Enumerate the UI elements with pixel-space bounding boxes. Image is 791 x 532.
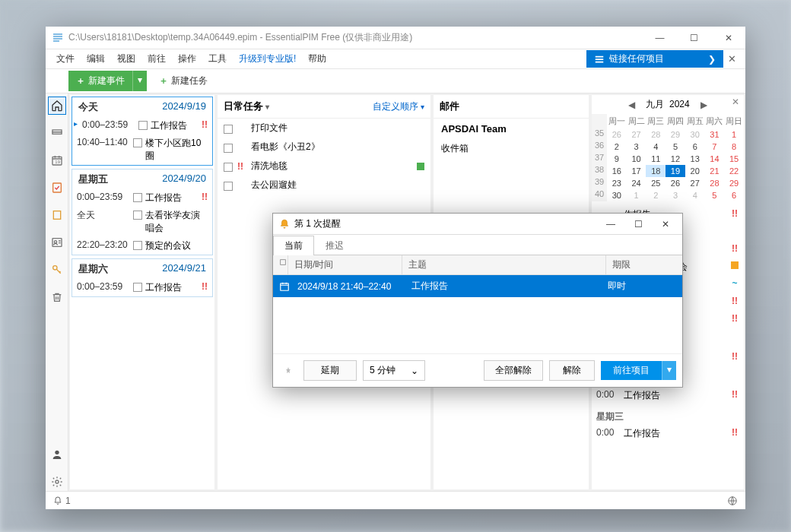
bell-icon[interactable]: 1 — [53, 496, 71, 506]
mail-inbox[interactable]: 收件箱 — [434, 139, 589, 158]
upcoming-row[interactable]: 0:00工作报告!! — [592, 425, 744, 442]
agenda-row[interactable]: 10:40–11:40 楼下小区跑10圈 — [72, 135, 212, 165]
menu-tools[interactable]: 工具 — [202, 49, 233, 68]
agenda-row[interactable]: 0:00–23:59 工作报告 !! — [72, 279, 212, 296]
task-row[interactable]: 打印文件 — [218, 119, 430, 138]
menu-help[interactable]: 帮助 — [302, 49, 332, 68]
cal-day[interactable]: 19 — [666, 165, 685, 177]
cal-day[interactable]: 23 — [607, 177, 627, 189]
menu-view[interactable]: 视图 — [111, 49, 141, 68]
dialog-maximize-button[interactable]: ☐ — [624, 214, 652, 234]
cal-day[interactable]: 2 — [646, 189, 666, 201]
pin-icon[interactable] — [279, 366, 297, 376]
rail-calendar-icon[interactable] — [48, 124, 66, 142]
cal-day[interactable]: 26 — [666, 177, 685, 189]
cal-day[interactable]: 24 — [627, 177, 646, 189]
new-event-dropdown[interactable]: ▾ — [132, 71, 147, 91]
cal-day[interactable]: 18 — [646, 165, 666, 177]
rail-todo-icon[interactable] — [48, 179, 66, 197]
cal-day[interactable]: 15 — [724, 153, 744, 165]
rail-settings-icon[interactable] — [48, 473, 66, 491]
checkbox[interactable] — [133, 138, 142, 147]
agenda-row[interactable]: 0:00–23:59 工作报告 !! — [72, 189, 212, 207]
cal-day[interactable]: 30 — [607, 189, 627, 201]
dismiss-button[interactable]: 解除 — [549, 360, 595, 381]
menu-action[interactable]: 操作 — [172, 49, 202, 68]
minimize-button[interactable]: — — [643, 27, 677, 49]
rail-passwords-icon[interactable] — [48, 261, 66, 279]
cal-day[interactable]: 12 — [666, 153, 685, 165]
tasks-sort-link[interactable]: 自定义顺序 ▾ — [373, 100, 424, 113]
checkbox[interactable] — [133, 241, 142, 250]
cal-day[interactable]: 1 — [724, 128, 744, 141]
tab-current[interactable]: 当前 — [273, 236, 314, 255]
cal-day[interactable]: 13 — [685, 153, 705, 165]
checkbox[interactable] — [224, 163, 233, 172]
checkbox[interactable] — [133, 211, 142, 220]
new-task-button[interactable]: ＋ 新建任务 — [153, 71, 214, 91]
cal-day[interactable]: 4 — [646, 141, 666, 153]
cal-day[interactable]: 28 — [705, 177, 725, 189]
cal-day[interactable]: 26 — [607, 128, 627, 141]
cal-day[interactable]: 7 — [705, 141, 725, 153]
tab-later[interactable]: 推迟 — [314, 236, 355, 255]
cal-day[interactable]: 3 — [666, 189, 685, 201]
rail-notes-icon[interactable] — [48, 206, 66, 224]
upcoming-row[interactable]: 0:00工作报告!! — [592, 387, 744, 404]
cal-day[interactable]: 21 — [705, 165, 725, 177]
cal-day[interactable]: 31 — [705, 128, 725, 141]
menu-upgrade[interactable]: 升级到专业版! — [233, 49, 302, 68]
reminder-row[interactable]: 2024/9/18 21:40–22:40 工作报告 即时 — [273, 275, 682, 297]
checkbox[interactable] — [133, 193, 142, 202]
rail-user-icon[interactable] — [48, 445, 66, 464]
cal-day[interactable]: 25 — [646, 177, 666, 189]
checkbox[interactable] — [138, 121, 148, 130]
snooze-button[interactable]: 延期 — [303, 360, 357, 381]
cal-day[interactable]: 8 — [724, 141, 744, 153]
dialog-close-button[interactable]: ✕ — [652, 214, 679, 234]
task-row[interactable]: !! 清洗地毯 — [218, 157, 430, 176]
col-datetime[interactable]: 日期/时间 — [288, 255, 402, 274]
cal-day[interactable]: 27 — [627, 128, 646, 141]
dialog-minimize-button[interactable]: — — [597, 214, 624, 234]
cal-day[interactable]: 17 — [627, 165, 646, 177]
rail-schedule-icon[interactable]: 19 — [48, 151, 66, 169]
rail-trash-icon[interactable] — [48, 288, 66, 306]
agenda-row[interactable]: 全天 去看张学友演唱会 — [72, 207, 212, 237]
agenda-row[interactable]: 0:00–23:59 工作报告 !! — [72, 117, 212, 135]
task-row[interactable]: 看电影《小丑2》 — [218, 138, 430, 157]
link-any-item-button[interactable]: 链接任何项目 ❯ — [586, 50, 723, 68]
new-event-button[interactable]: ＋ 新建事件 — [68, 71, 132, 91]
cal-prev-button[interactable]: ◀ — [625, 100, 638, 110]
cal-day[interactable]: 9 — [607, 153, 627, 165]
cal-day[interactable]: 2 — [607, 141, 627, 153]
cal-next-button[interactable]: ▶ — [697, 100, 710, 110]
mail-account[interactable]: APSDAI Team — [434, 119, 589, 139]
cal-day[interactable]: 29 — [666, 128, 685, 141]
cal-day[interactable]: 27 — [685, 177, 705, 189]
cal-close-button[interactable]: ✕ — [732, 97, 739, 107]
col-subject[interactable]: 主题 — [402, 255, 606, 274]
checkbox[interactable] — [224, 182, 233, 191]
cal-day[interactable]: 1 — [627, 189, 646, 201]
cal-day[interactable]: 30 — [685, 128, 705, 141]
goto-item-button[interactable]: 前往项目 — [601, 361, 662, 380]
agenda-row[interactable]: 22:20–23:20 预定的会议 — [72, 237, 212, 255]
globe-icon[interactable] — [727, 496, 738, 506]
task-row[interactable]: 去公园遛娃 — [218, 176, 430, 195]
checkbox[interactable] — [133, 283, 142, 292]
col-due[interactable]: 期限 — [606, 255, 682, 274]
cal-day[interactable]: 22 — [724, 165, 744, 177]
col-icon[interactable] — [273, 255, 288, 274]
snooze-interval-select[interactable]: 5 分钟⌄ — [363, 360, 425, 381]
checkbox[interactable] — [224, 144, 233, 153]
cal-day[interactable]: 16 — [607, 165, 627, 177]
rail-home-icon[interactable] — [48, 97, 66, 115]
cal-day[interactable]: 5 — [705, 189, 725, 201]
cal-day[interactable]: 20 — [685, 165, 705, 177]
cal-day[interactable]: 11 — [646, 153, 666, 165]
rail-contacts-icon[interactable] — [48, 233, 66, 252]
close-ribbon-button[interactable]: ✕ — [723, 52, 741, 66]
checkbox[interactable] — [224, 125, 233, 134]
chevron-down-icon[interactable]: ▾ — [265, 103, 269, 111]
